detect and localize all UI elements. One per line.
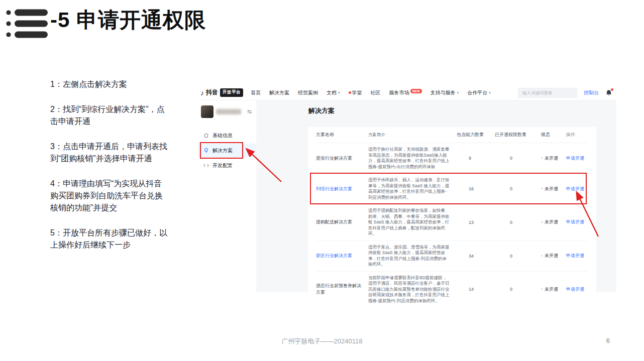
status-dot-icon — [541, 221, 543, 223]
instruction-step: 5：开放平台所有步骤已做好，以上操作好后继续下一步 — [50, 227, 170, 251]
instruction-step: 3：点击申请开通后，申请列表找到“团购核销”并选择申请开通 — [50, 141, 170, 165]
ability-count: 9 — [457, 156, 495, 161]
table-row: 酒店行业新预售券解决方案 当前阶段申请需要联系抖音BD提前建联，适用于酒店、民宿… — [316, 272, 588, 308]
plan-name-cell: 酒店行业新预售券解决方案 — [316, 283, 368, 296]
nav-item-solutions[interactable]: 解决方案 ▾ — [269, 89, 289, 96]
column-header: 方案简介 — [368, 132, 457, 138]
console-link[interactable]: 控制台 — [584, 89, 599, 96]
platform-screenshot: ♪ 抖音 开放平台 首页 ▾ 解决方案 ▾ 经营案例 ▾ 文档 ▾ 学堂 ▾ 社… — [198, 85, 616, 292]
search-box[interactable] — [518, 88, 577, 98]
apply-button[interactable]: 申请开通 — [566, 156, 584, 161]
status-cell: 未开通 — [541, 286, 566, 293]
plan-intro: 适用于团购配送到家的餐饮场景，如快餐、奶茶、火锅、西餐、中餐等，为商家提供收银 … — [368, 208, 457, 237]
status-cell: 未开通 — [541, 186, 566, 192]
solutions-card: 方案名称方案简介包含能力数量已开通权限数量状态操作 度假行业解决方案 适用于旅行… — [308, 127, 596, 310]
plan-name: 团购配送解决方案 — [316, 219, 352, 224]
status-label: 未开通 — [545, 186, 558, 191]
apply-button[interactable]: 申请开通 — [566, 253, 584, 258]
plan-intro: 当前阶段申请需要联系抖音BD提前建联，适用于酒店、民宿等酒店行业客户，基于日历房… — [368, 275, 457, 304]
chevron-down-icon: ▾ — [489, 91, 491, 95]
nav-item-support[interactable]: 支持与服务 ▾ — [431, 89, 459, 96]
plan-name: 酒店行业新预售券解决方案 — [316, 283, 361, 295]
status-cell: 未开通 — [541, 219, 566, 225]
apply-button[interactable]: 申请开通 — [566, 287, 584, 292]
plan-intro: 适用于景点、游乐园、滑雪场等，为商家提供收银 SaaS 接入能力，提高商家经营效… — [368, 245, 457, 268]
chevron-down-icon: ▾ — [338, 91, 340, 95]
nav-item-service-market[interactable]: 服务市场 ▾ NEW — [389, 89, 422, 96]
table-row: 团购配送解决方案 适用于团购配送到家的餐饮场景，如快餐、奶茶、火锅、西餐、中餐等… — [316, 204, 588, 241]
action-cell: 申请开通 — [566, 155, 588, 162]
table-row: 景区行业解决方案 适用于景点、游乐园、滑雪场等，为商家提供收银 SaaS 接入能… — [316, 241, 588, 272]
ability-count: 34 — [457, 254, 495, 259]
status-dot-icon — [541, 255, 543, 257]
nav-item-partner[interactable]: 合作平台 ▾ — [467, 89, 491, 96]
table-row: 到综行业解决方案 适用于休闲娱乐、丽人、运动健身、足疗按摩等，为商家提供收银 S… — [316, 174, 588, 204]
action-cell: 申请开通 — [566, 219, 588, 225]
plan-intro: 适用于旅行社商家，支持线路游、酒景套餐等商品形态，为商家提供收银SaaS接入能力… — [368, 147, 457, 170]
column-header: 方案名称 — [316, 132, 368, 138]
platform-navbar: ♪ 抖音 开放平台 首页 ▾ 解决方案 ▾ 经营案例 ▾ 文档 ▾ 学堂 ▾ 社… — [198, 85, 616, 100]
status-cell: 未开通 — [541, 155, 566, 162]
nav-item-docs[interactable]: 文档 ▾ — [327, 89, 340, 96]
ability-count: 13 — [457, 220, 495, 225]
plan-name-cell: 团购配送解决方案 — [316, 219, 368, 225]
list-bullets-icon — [6, 8, 49, 39]
plan-name-cell: 景区行业解决方案 — [316, 253, 368, 259]
nav-item-community[interactable]: 社区 ▾ — [371, 89, 381, 96]
nav-item-cases[interactable]: 经营案例 ▾ — [298, 89, 318, 96]
sidebar-item-solutions[interactable]: 解决方案 — [198, 144, 256, 157]
censored-username — [216, 109, 241, 114]
plan-name: 度假行业解决方案 — [316, 156, 352, 161]
brand-logo[interactable]: ♪ 抖音 开放平台 — [200, 88, 243, 97]
opened-count: 0 — [495, 220, 541, 225]
column-header: 包含能力数量 — [457, 132, 495, 138]
opened-count: 0 — [495, 254, 541, 259]
profile-block: ⇆ — [198, 103, 256, 120]
table-body: 度假行业解决方案 适用于旅行社商家，支持线路游、酒景套餐等商品形态，为商家提供收… — [316, 143, 588, 307]
status-dot-icon — [541, 188, 543, 189]
search-input[interactable] — [522, 90, 578, 95]
status-label: 未开通 — [545, 156, 558, 161]
open-platform-badge: 开放平台 — [220, 88, 243, 97]
lightbulb-icon — [203, 148, 209, 153]
home-icon — [203, 133, 209, 138]
new-badge: NEW — [410, 89, 422, 93]
sidebar-item-basic-info[interactable]: 基础信息 — [198, 129, 256, 142]
status-dot-icon — [541, 288, 543, 290]
status-cell: 未开通 — [541, 253, 566, 259]
opened-count: 0 — [495, 186, 541, 191]
action-cell: 申请开通 — [566, 253, 588, 259]
slide-footer: 广州宇脉电子——20240118 — [0, 337, 644, 346]
apply-button[interactable]: 申请开通 — [566, 186, 584, 191]
content-title: 解决方案 — [308, 106, 335, 115]
status-dot-icon — [541, 157, 543, 159]
ability-count: 14 — [457, 287, 495, 292]
instruction-list: 1：左侧点击解决方案2：找到“到综行业解决方案”，点击申请开通3：点击申请开通后… — [50, 78, 170, 264]
switch-account-icon[interactable]: ⇆ — [247, 108, 253, 115]
brand-name: 抖音 — [206, 88, 218, 97]
plan-name[interactable]: 景区行业解决方案 — [316, 253, 352, 258]
apply-button[interactable]: 申请开通 — [566, 219, 584, 224]
table-header-row: 方案名称方案简介包含能力数量已开通权限数量状态操作 — [316, 127, 588, 143]
instruction-step: 4：申请理由填写“为实现从抖音购买团购券到自助洗车平台兑换核销的功能”并提交 — [50, 178, 170, 214]
plan-name-cell: 度假行业解决方案 — [316, 155, 368, 162]
nav-item-school[interactable]: 学堂 ▾ — [349, 89, 362, 96]
action-cell: 申请开通 — [566, 186, 588, 192]
status-label: 未开通 — [545, 219, 558, 224]
notification-bell-icon[interactable] — [605, 89, 612, 96]
code-icon — [203, 163, 209, 168]
platform-sidebar: ⇆ 基础信息 解决方案 开发配置 — [198, 100, 256, 292]
plan-intro: 适用于休闲娱乐、丽人、运动健身、足疗按摩等，为商家提供收银 SaaS 接入能力，… — [368, 177, 457, 200]
opened-count: 0 — [495, 156, 541, 161]
sidebar-item-dev-config[interactable]: 开发配置 — [198, 159, 256, 172]
column-header: 状态 — [541, 132, 566, 138]
douyin-note-icon: ♪ — [200, 89, 204, 97]
status-label: 未开通 — [545, 253, 558, 258]
sidebar-menu: 基础信息 解决方案 开发配置 — [198, 129, 256, 172]
nav-item-home[interactable]: 首页 ▾ — [251, 89, 261, 96]
status-label: 未开通 — [545, 287, 558, 292]
slide-page-number: 6 — [606, 337, 610, 344]
page-title: -5 申请开通权限 — [50, 6, 206, 34]
plan-name[interactable]: 到综行业解决方案 — [316, 186, 352, 191]
navbar-right: 控制台 — [518, 88, 612, 98]
